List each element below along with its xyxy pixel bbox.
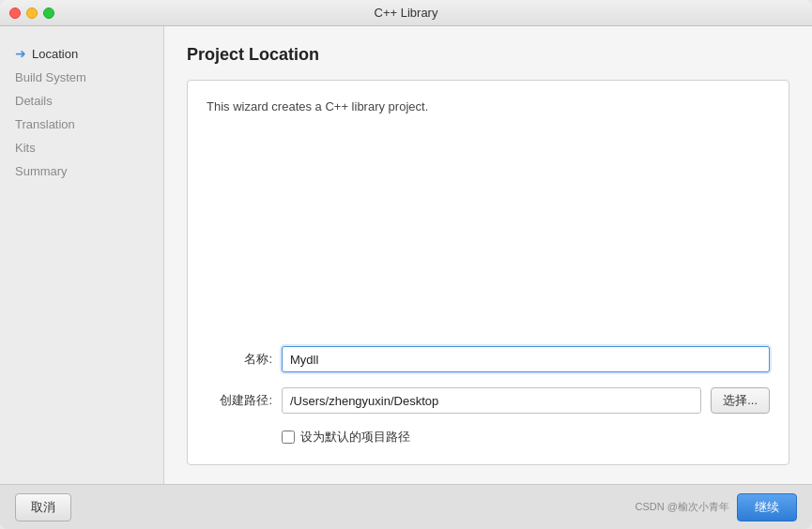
arrow-icon: ➜ xyxy=(15,46,26,61)
content-area: Project Location This wizard creates a C… xyxy=(164,26,812,484)
maximize-button[interactable] xyxy=(43,8,54,19)
sidebar-item-label-build-system: Build System xyxy=(15,70,86,84)
sidebar-item-build-system[interactable]: Build System xyxy=(0,66,163,89)
sidebar-item-label-details: Details xyxy=(15,94,53,108)
name-label: 名称: xyxy=(207,351,272,368)
sidebar-item-location[interactable]: ➜ Location xyxy=(0,41,163,66)
name-row: 名称: xyxy=(207,346,770,372)
sidebar-item-kits[interactable]: Kits xyxy=(0,136,163,159)
main-content: ➜ Location Build System Details Translat… xyxy=(0,26,812,484)
wizard-panel: This wizard creates a C++ library projec… xyxy=(187,80,789,465)
next-button[interactable]: 继续 xyxy=(737,493,797,521)
minimize-button[interactable] xyxy=(26,8,38,19)
path-label: 创建路径: xyxy=(207,392,272,409)
path-row: 创建路径: 选择... xyxy=(207,387,770,414)
title-bar: C++ Library xyxy=(0,0,812,26)
sidebar-item-label-summary: Summary xyxy=(15,164,68,178)
cancel-button[interactable]: 取消 xyxy=(15,493,71,521)
window-title: C++ Library xyxy=(375,6,438,20)
watermark-text: CSDN @榆次小青年 xyxy=(636,500,729,514)
sidebar-item-label-translation: Translation xyxy=(15,117,75,131)
sidebar-item-label-location: Location xyxy=(32,47,78,61)
wizard-description: This wizard creates a C++ library projec… xyxy=(207,99,770,113)
path-input[interactable] xyxy=(282,387,701,414)
browse-button[interactable]: 选择... xyxy=(711,387,770,414)
default-path-checkbox[interactable] xyxy=(282,431,295,444)
sidebar-item-summary[interactable]: Summary xyxy=(0,159,163,183)
name-input[interactable] xyxy=(282,346,770,372)
default-path-row: 设为默认的项目路径 xyxy=(207,429,770,446)
traffic-lights xyxy=(9,8,54,19)
sidebar-item-translation[interactable]: Translation xyxy=(0,113,163,136)
bottom-bar: 取消 CSDN @榆次小青年 继续 xyxy=(0,484,812,529)
sidebar-item-label-kits: Kits xyxy=(15,141,36,155)
close-button[interactable] xyxy=(9,8,21,19)
sidebar-item-details[interactable]: Details xyxy=(0,89,163,113)
page-title: Project Location xyxy=(187,45,789,65)
form-section: 名称: 创建路径: 选择... 设为默认的项目路径 xyxy=(207,346,770,446)
bottom-right: CSDN @榆次小青年 继续 xyxy=(636,493,797,521)
sidebar: ➜ Location Build System Details Translat… xyxy=(0,26,164,484)
default-path-label: 设为默认的项目路径 xyxy=(300,429,410,446)
